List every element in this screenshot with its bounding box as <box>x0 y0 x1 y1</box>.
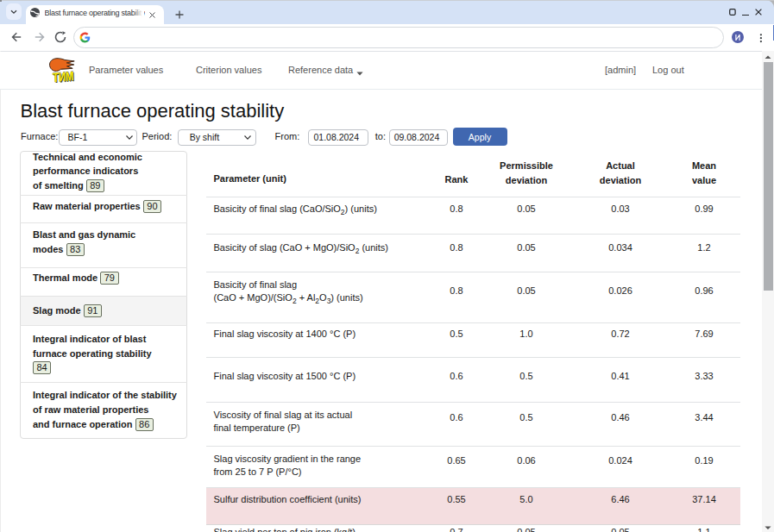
svg-text:ТИМ: ТИМ <box>53 68 74 84</box>
